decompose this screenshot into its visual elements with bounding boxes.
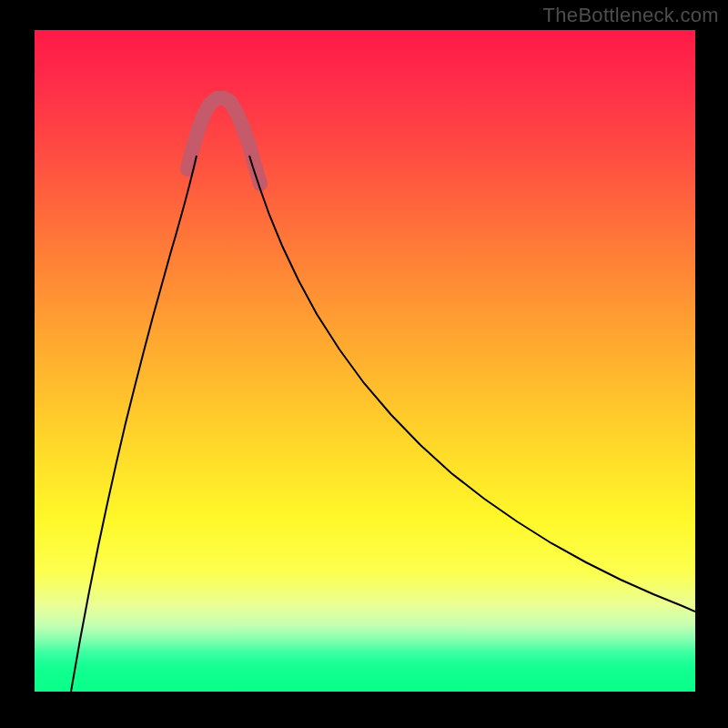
plot-area bbox=[35, 30, 695, 692]
curve-layer bbox=[35, 30, 695, 692]
bottleneck-curve-right bbox=[249, 156, 695, 612]
good-range-marker bbox=[187, 98, 260, 184]
bottleneck-curve-left bbox=[71, 156, 197, 692]
chart-frame: TheBottleneck.com bbox=[0, 0, 728, 728]
watermark-text: TheBottleneck.com bbox=[543, 4, 719, 27]
